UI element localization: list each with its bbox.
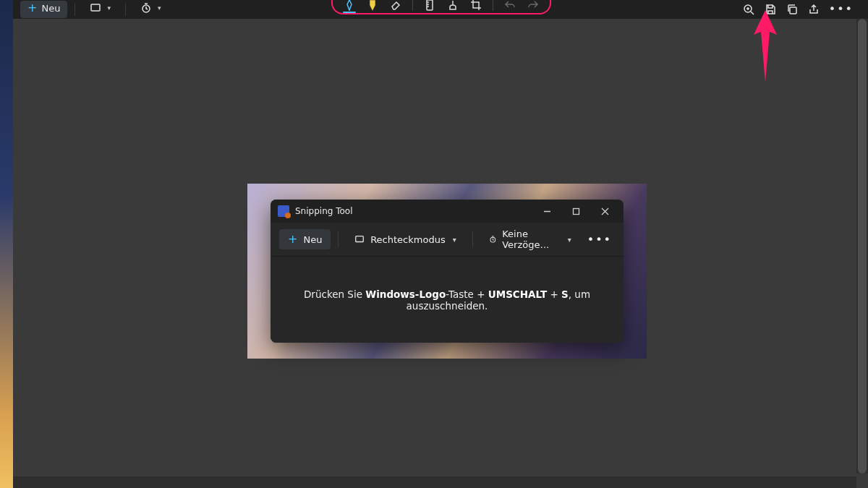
- share-button[interactable]: [807, 3, 820, 16]
- chevron-down-icon: ▾: [158, 4, 161, 12]
- inner-delay-dropdown[interactable]: Keine Verzöge… ▾: [480, 224, 580, 254]
- svg-rect-0: [91, 4, 100, 11]
- inner-window-title: Snipping Tool: [295, 206, 352, 216]
- toolbar-left-group: + Neu ▾ ▾: [13, 0, 168, 19]
- plus-icon: +: [288, 234, 297, 245]
- ruler-tool-button[interactable]: [423, 0, 436, 12]
- zoom-icon: [743, 4, 754, 15]
- inner-mode-label: Rechteckmodus: [370, 234, 446, 245]
- active-indicator: [343, 12, 356, 13]
- undo-button[interactable]: [503, 0, 516, 12]
- close-icon: [601, 207, 609, 215]
- crop-icon: [470, 0, 482, 11]
- snipping-tool-app-icon: [278, 205, 289, 217]
- chevron-down-icon: ▾: [107, 4, 111, 12]
- keyboard-shortcut-hint: Drücken Sie Windows-Logo-Taste + UMSCHAL…: [288, 288, 606, 312]
- crop-tool-button[interactable]: [469, 0, 482, 12]
- snip-editor-window: + Neu ▾ ▾: [13, 0, 868, 488]
- inner-hint-area: Drücken Sie Windows-Logo-Taste + UMSCHAL…: [271, 256, 624, 343]
- share-icon: [808, 4, 820, 15]
- rectangle-mode-icon: [354, 234, 365, 244]
- separator: [75, 3, 75, 16]
- separator: [472, 231, 473, 247]
- plus-icon: +: [27, 2, 37, 14]
- highlighter-icon: [367, 0, 378, 11]
- close-button[interactable]: [590, 200, 619, 223]
- inner-mode-dropdown[interactable]: Rechteckmodus ▾: [346, 230, 465, 249]
- eraser-tool-button[interactable]: [389, 0, 402, 12]
- hint-key: Windows-Logo: [365, 288, 446, 300]
- svg-rect-5: [573, 208, 579, 214]
- minimize-button[interactable]: [532, 200, 561, 223]
- inner-more-button[interactable]: •••: [587, 233, 615, 247]
- separator: [412, 0, 413, 11]
- ruler-icon: [424, 0, 435, 11]
- maximize-icon: [572, 207, 580, 215]
- rectangle-mode-icon: [90, 2, 101, 14]
- editor-toolbar: + Neu ▾ ▾: [13, 0, 868, 19]
- redo-button[interactable]: [527, 0, 540, 12]
- highlighter-tool-button[interactable]: [366, 0, 379, 12]
- eraser-icon: [390, 0, 401, 11]
- vertical-scrollbar[interactable]: [856, 19, 868, 474]
- snip-mode-dropdown[interactable]: ▾: [82, 1, 118, 18]
- new-snip-button[interactable]: + Neu: [20, 1, 67, 18]
- hint-text: Drücken Sie: [304, 288, 365, 300]
- svg-rect-4: [790, 7, 796, 14]
- svg-rect-2: [427, 0, 433, 10]
- hint-text: +: [547, 288, 561, 300]
- separator: [493, 0, 493, 11]
- touch-writing-button[interactable]: [446, 0, 459, 12]
- hint-key: UMSCHALT: [488, 288, 547, 300]
- inner-new-button[interactable]: + Neu: [279, 229, 331, 249]
- pen-tool-button[interactable]: [343, 0, 356, 12]
- delay-dropdown[interactable]: ▾: [133, 1, 169, 18]
- chevron-down-icon: ▾: [568, 236, 571, 244]
- timer-icon: [489, 234, 497, 244]
- annotation-tools-highlight: [331, 0, 551, 14]
- more-options-button[interactable]: •••: [829, 2, 854, 17]
- window-control-group: [532, 200, 619, 223]
- timer-icon: [140, 2, 152, 14]
- copy-icon: [786, 4, 798, 15]
- touch-writing-icon: [447, 0, 459, 11]
- pen-icon: [344, 0, 355, 11]
- minimize-icon: [543, 207, 551, 215]
- hint-key: S: [561, 288, 569, 300]
- maximize-button[interactable]: [561, 200, 590, 223]
- horizontal-scrollbar[interactable]: [13, 476, 856, 488]
- inner-new-label: Neu: [303, 234, 322, 245]
- redo-icon: [527, 0, 539, 11]
- separator: [338, 231, 339, 247]
- inner-titlebar: Snipping Tool: [271, 200, 624, 223]
- new-button-label: Neu: [41, 3, 60, 14]
- inner-toolbar: + Neu Rechteckmodus ▾ Keine Verzöge… ▾ •…: [271, 223, 624, 256]
- inner-snipping-tool-window: Snipping Tool + Neu Rechteckmodus ▾: [271, 200, 624, 343]
- separator: [125, 3, 126, 16]
- hint-text: -Taste +: [446, 288, 488, 300]
- save-icon: [765, 4, 776, 15]
- save-button[interactable]: [764, 3, 777, 16]
- desktop-background-sliver: [0, 0, 13, 488]
- chevron-down-icon: ▾: [453, 236, 456, 244]
- copy-button[interactable]: [786, 3, 799, 16]
- svg-rect-6: [356, 236, 364, 242]
- toolbar-right-group: •••: [742, 0, 868, 19]
- captured-screenshot: Snipping Tool + Neu Rechteckmodus ▾: [247, 184, 647, 359]
- undo-icon: [504, 0, 516, 11]
- red-arrow-annotation: [751, 10, 780, 82]
- zoom-button[interactable]: [742, 3, 755, 16]
- inner-delay-label: Keine Verzöge…: [502, 228, 560, 250]
- scrollbar-thumb[interactable]: [858, 19, 867, 474]
